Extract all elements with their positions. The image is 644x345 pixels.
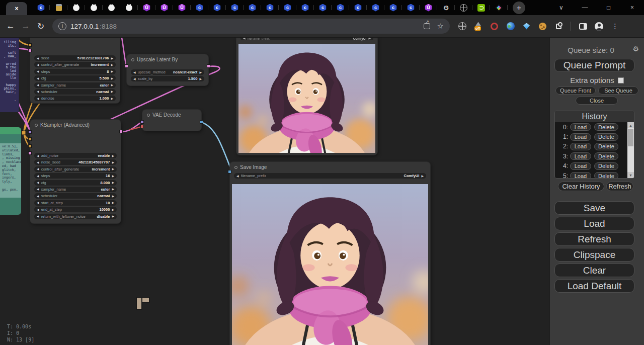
widget-prev-icon[interactable]: ◀ bbox=[37, 77, 39, 80]
translate-globe-icon[interactable] bbox=[458, 22, 466, 30]
widget-value[interactable]: normal bbox=[96, 90, 109, 94]
close-icon[interactable]: × bbox=[620, 4, 644, 11]
widget-seed[interactable]: ◀seed578122121881706▶ bbox=[34, 55, 116, 61]
widget-value[interactable]: 578122121881706 bbox=[77, 56, 109, 60]
input-slot-negative[interactable] bbox=[28, 144, 32, 148]
reroute-dot[interactable] bbox=[22, 131, 26, 135]
pinned-tab[interactable] bbox=[103, 0, 120, 15]
widget-next-icon[interactable]: ▶ bbox=[111, 97, 113, 100]
refresh-button[interactable]: Refresh bbox=[554, 232, 634, 246]
widget-next-icon[interactable]: ▶ bbox=[112, 161, 114, 164]
clipspace-button[interactable]: Clipspace bbox=[554, 248, 634, 262]
widget-control_after_generate[interactable]: ◀control_after_generateincrement▶ bbox=[34, 62, 116, 67]
widget-sampler_name[interactable]: ◀sampler_nameeuler▶ bbox=[34, 82, 116, 88]
widget-scheduler[interactable]: ◀schedulernormal▶ bbox=[34, 89, 116, 95]
close-button[interactable]: Close bbox=[576, 97, 618, 105]
settings-gear-icon[interactable]: ⚙ bbox=[632, 45, 639, 53]
negative-prompt-textarea[interactable]: ve:0.5], utilated, limbs, , missing , ne… bbox=[0, 143, 21, 198]
widget-next-icon[interactable]: ▶ bbox=[111, 90, 113, 93]
scrollbar-thumb[interactable] bbox=[628, 129, 633, 146]
widget-prev-icon[interactable]: ◀ bbox=[236, 175, 239, 178]
queue-prompt-button[interactable]: Queue Prompt bbox=[554, 59, 634, 72]
pinned-tab[interactable]: c bbox=[402, 0, 420, 15]
history-delete-button[interactable]: Delete bbox=[594, 133, 618, 141]
pinned-tab[interactable]: c bbox=[296, 0, 314, 15]
pinned-tab[interactable]: c bbox=[349, 0, 367, 15]
pinned-tab[interactable]: Û bbox=[173, 0, 191, 15]
input-slot-samples[interactable] bbox=[140, 120, 144, 124]
widget-next-icon[interactable]: ▶ bbox=[112, 201, 114, 204]
widget-next-icon[interactable]: ▶ bbox=[112, 208, 114, 211]
widget-next-icon[interactable]: ▶ bbox=[111, 77, 113, 80]
clear-history-button[interactable]: Clear History bbox=[558, 182, 604, 191]
widget-scheduler[interactable]: ◀schedulernormal▶ bbox=[34, 193, 117, 199]
minimize-icon[interactable]: — bbox=[573, 4, 597, 11]
input-slot-samples[interactable] bbox=[125, 64, 128, 68]
pinned-tab[interactable] bbox=[50, 0, 67, 15]
widget-value[interactable]: 1.000 bbox=[100, 96, 109, 101]
scroll-up-icon[interactable]: ▲ bbox=[627, 122, 634, 128]
output-slot-image[interactable] bbox=[200, 120, 203, 124]
history-load-button[interactable]: Load bbox=[570, 152, 591, 160]
history-delete-button[interactable]: Delete bbox=[594, 172, 618, 178]
output-slot-latent[interactable] bbox=[119, 130, 123, 133]
history-delete-button[interactable]: Delete bbox=[594, 143, 618, 150]
world-extension-icon[interactable] bbox=[507, 22, 515, 30]
widget-value[interactable]: 10 bbox=[106, 201, 110, 205]
pinned-tab[interactable]: c bbox=[367, 0, 384, 15]
widget-next-icon[interactable]: ▶ bbox=[199, 71, 202, 74]
back-icon[interactable]: ← bbox=[3, 21, 18, 31]
widget-prev-icon[interactable]: ◀ bbox=[37, 181, 39, 184]
pinned-tab[interactable] bbox=[455, 0, 472, 15]
node-save-image[interactable]: Save Image ◀filename_prefixComfyUI▶ bbox=[230, 162, 430, 345]
widget-value[interactable]: 5.500 bbox=[100, 76, 109, 80]
widget-prev-icon[interactable]: ◀ bbox=[37, 63, 39, 66]
widget-prev-icon[interactable]: ◀ bbox=[37, 188, 39, 191]
input-slot-latent[interactable] bbox=[28, 49, 32, 52]
pinned-tab[interactable]: Û bbox=[155, 0, 173, 15]
widget-prev-icon[interactable]: ◀ bbox=[37, 57, 39, 60]
widget-prev-icon[interactable]: ◀ bbox=[37, 208, 39, 211]
widget-upscale_method[interactable]: ◀upscale_methodnearest-exact▶ bbox=[131, 69, 204, 75]
input-slot-latent-image[interactable] bbox=[28, 151, 32, 155]
widget-scale_by[interactable]: ◀scale_by1.500▶ bbox=[131, 76, 204, 81]
widget-next-icon[interactable]: ▶ bbox=[111, 83, 113, 87]
share-icon[interactable] bbox=[424, 23, 430, 29]
widget-prev-icon[interactable]: ◀ bbox=[37, 154, 39, 157]
widget-value[interactable]: nearest-exact bbox=[173, 70, 197, 74]
comfyui-canvas[interactable]: illing ils, soft , RAW, urred h the led … bbox=[0, 38, 549, 345]
widget-steps[interactable]: ◀steps16▶ bbox=[34, 173, 117, 179]
widget-steps[interactable]: ◀steps8▶ bbox=[34, 69, 116, 74]
widget-value[interactable]: ComfyUI bbox=[353, 38, 367, 40]
pinned-tab[interactable]: c bbox=[244, 0, 261, 15]
widget-denoise[interactable]: ◀denoise1.000▶ bbox=[34, 96, 116, 101]
node-vae-decode[interactable]: VAE Decode bbox=[142, 110, 201, 131]
menu-kebab-icon[interactable]: ⋮ bbox=[611, 22, 619, 31]
pinned-tab[interactable]: Û bbox=[420, 0, 437, 15]
site-info-icon[interactable]: i bbox=[58, 22, 66, 30]
history-scrollbar[interactable]: ▲ ▼ bbox=[627, 122, 634, 178]
cookie-extension-icon[interactable] bbox=[539, 23, 546, 30]
widget-next-icon[interactable]: ▶ bbox=[112, 195, 114, 198]
pinned-tab[interactable] bbox=[472, 0, 490, 15]
widget-next-icon[interactable]: ▶ bbox=[111, 70, 113, 73]
vpn-off-icon[interactable]: off bbox=[474, 22, 482, 31]
pinned-tab[interactable] bbox=[120, 0, 138, 15]
widget-value[interactable]: 462118145887707 bbox=[78, 160, 110, 164]
pinned-tab[interactable]: c bbox=[384, 0, 402, 15]
widget-value[interactable]: 8 bbox=[107, 69, 109, 74]
bookmark-star-icon[interactable]: ☆ bbox=[437, 22, 444, 31]
widget-next-icon[interactable]: ▶ bbox=[112, 188, 114, 191]
widget-prev-icon[interactable]: ◀ bbox=[133, 77, 136, 80]
widget-next-icon[interactable]: ▶ bbox=[111, 57, 113, 60]
widget-next-icon[interactable]: ▶ bbox=[112, 167, 114, 170]
widget-value[interactable]: 10000 bbox=[100, 207, 110, 212]
history-load-button[interactable]: Load bbox=[570, 123, 591, 131]
widget-prev-icon[interactable]: ◀ bbox=[37, 175, 39, 178]
node-save-image-top[interactable]: ◀filename_prefixComfyUI▶ bbox=[236, 38, 377, 155]
widget-cfg[interactable]: ◀cfg5.500▶ bbox=[34, 75, 116, 81]
pinned-tab[interactable]: c bbox=[191, 0, 208, 15]
widget-value[interactable]: enable bbox=[98, 153, 110, 158]
queue-front-button[interactable]: Queue Front bbox=[555, 87, 596, 95]
widget-next-icon[interactable]: ▶ bbox=[112, 175, 114, 178]
